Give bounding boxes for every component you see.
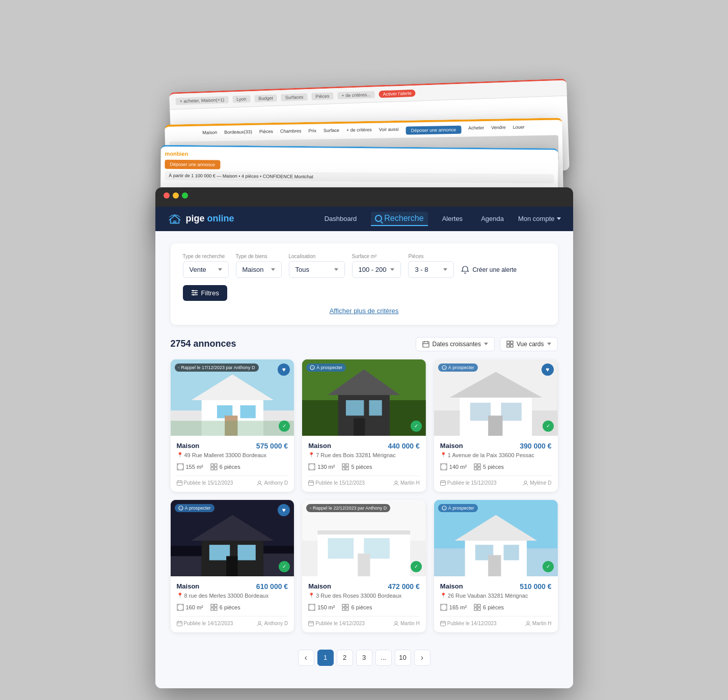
card-meta: Publiée le 14/12/2023 Martin H (308, 616, 420, 626)
content-area: Type de recherche Vente Type de biens Ma… (155, 231, 573, 688)
minimize-button[interactable] (173, 192, 179, 199)
card-agent: Martin H (525, 621, 552, 626)
svg-rect-103 (211, 608, 213, 610)
svg-rect-57 (309, 481, 314, 485)
nav-agenda[interactable]: Agenda (477, 213, 508, 225)
show-more-criteria-link[interactable]: Afficher plus de critères (183, 307, 546, 315)
maximize-button[interactable] (182, 192, 188, 199)
bg2-nav: Maison (202, 130, 217, 138)
grid-spec-icon (210, 463, 218, 470)
card-published-text: Publiée le 15/12/2023 (184, 480, 233, 486)
svg-rect-142 (488, 555, 501, 576)
traffic-lights (164, 192, 565, 199)
agent-icon (525, 621, 531, 626)
filter-surface-select[interactable]: 100 - 200 (352, 261, 401, 278)
card-badge-text: À prospecter (185, 506, 211, 511)
svg-rect-116 (358, 553, 370, 576)
card-meta: Publiée le 15/12/2023 Mylène D (440, 475, 552, 486)
card-badge-text: À prospecter (316, 365, 342, 370)
property-card-2[interactable]: ! À prospecter ✓ Maison 440 000 € 📍 7 Ru… (302, 359, 426, 492)
nav-mon-compte[interactable]: Mon compte (518, 215, 561, 222)
property-card-1[interactable]: Rappel le 17/12/2023 par Anthony D ♥ ✓ M… (171, 359, 294, 492)
card-address-text: 26 Rue Vauban 33281 Mérignac (448, 593, 528, 599)
svg-rect-151 (478, 604, 480, 607)
card-pieces-value: 6 pièces (220, 604, 240, 610)
card-verified-badge: ✓ (411, 421, 422, 432)
view-button[interactable]: Vue cards (500, 337, 558, 351)
card-published-date: Publiée le 14/12/2023 (440, 621, 497, 626)
svg-rect-44 (369, 400, 382, 415)
results-count: 2754 annonces (171, 339, 236, 349)
grid-spec-icon (474, 463, 481, 470)
card-title-row: Maison 440 000 € (308, 442, 420, 450)
filter-localisation-value: Tous (295, 266, 309, 273)
filter-type-biens-select[interactable]: Maison (236, 261, 282, 278)
property-card-5[interactable]: Rappel le 22/12/2023 par Anthony D ✓ Mai… (302, 500, 426, 632)
svg-rect-152 (474, 608, 477, 610)
close-button[interactable] (164, 192, 170, 199)
card-agent-name: Martin H (400, 621, 420, 626)
property-card-4[interactable]: ! À prospecter ♥ ✓ Maison 610 000 € 📍 8 … (171, 500, 294, 632)
nav-dashboard[interactable]: Dashboard (320, 213, 361, 225)
property-card-6[interactable]: ! À prospecter ✓ Maison 510 000 € 📍 26 R… (434, 500, 558, 632)
grid-spec-icon (342, 463, 349, 470)
bg2-nav: Voir aussi (379, 126, 398, 135)
card-badge: ! À prospecter (175, 504, 214, 512)
pagination-next[interactable]: › (414, 650, 430, 666)
pagination-page-2[interactable]: 2 (337, 650, 353, 666)
card-favorite-button[interactable]: ♥ (542, 363, 554, 376)
filter-pieces: Pièces 3 - 8 (408, 254, 454, 278)
results-header: 2754 annonces Dates croissantes (171, 337, 558, 351)
filter-row: Type de recherche Vente Type de biens Ma… (183, 254, 546, 301)
card-pieces-value: 6 pièces (351, 604, 372, 610)
card-verified-badge: ✓ (543, 421, 554, 432)
filters-button-label: Filtres (201, 289, 219, 297)
filter-localisation-select[interactable]: Tous (289, 261, 345, 278)
surface-icon (440, 604, 447, 611)
svg-rect-10 (507, 341, 509, 344)
filter-pieces-select[interactable]: 3 - 8 (408, 261, 454, 278)
pagination-page-3[interactable]: 3 (356, 650, 372, 666)
svg-rect-79 (478, 467, 480, 470)
pagination-page-10[interactable]: 10 (395, 650, 411, 666)
svg-rect-127 (342, 604, 345, 607)
chevron-down-icon (271, 268, 275, 271)
card-price: 390 000 € (520, 442, 551, 450)
main-browser-window: pige online Dashboard Recherche Alertes … (155, 187, 573, 688)
create-alert-button[interactable]: Créer une alerte (461, 266, 517, 278)
bg2-deposit-btn[interactable]: Déposer une annonce (406, 125, 461, 134)
search-filter-box: Type de recherche Vente Type de biens Ma… (171, 243, 558, 325)
bg2-nav: Surface (323, 127, 339, 136)
nav-alertes[interactable]: Alertes (438, 213, 467, 225)
filters-button[interactable]: Filtres (183, 285, 227, 301)
svg-point-38 (258, 481, 261, 483)
property-card-3[interactable]: ! À prospecter ♥ ✓ Maison 390 000 € 📍 1 … (434, 359, 558, 492)
card-favorite-button[interactable]: ♥ (278, 363, 290, 376)
svg-rect-12 (507, 345, 509, 347)
card-surface-value: 160 m² (186, 604, 203, 610)
svg-rect-67 (501, 403, 521, 421)
filter-type-recherche: Type de recherche Vente (183, 254, 229, 278)
surface-icon (308, 463, 315, 470)
svg-rect-68 (488, 415, 502, 436)
pagination-page-1[interactable]: 1 (317, 650, 334, 666)
bg-tab: + acheter, Maison(+1) (175, 96, 228, 105)
pige-online-logo-icon (168, 214, 182, 224)
pagination-prev[interactable]: ‹ (298, 650, 314, 666)
calendar-meta-icon (440, 621, 446, 626)
calendar-meta-icon (177, 621, 182, 626)
card-body: Maison 575 000 € 📍 49 Rue Malleret 33000… (171, 436, 294, 492)
card-address: 📍 8 rue des Merles 33000 Bordeaux (177, 593, 288, 599)
card-address-text: 3 Rue des Roses 33000 Bordeaux (316, 593, 401, 599)
filter-localisation: Localisation Tous (289, 254, 345, 278)
card-pieces-value: 5 pièces (483, 464, 504, 470)
svg-point-135 (395, 621, 397, 624)
filter-type-recherche-select[interactable]: Vente (183, 261, 229, 278)
card-favorite-button[interactable]: ♥ (278, 504, 290, 516)
sort-button[interactable]: Dates croissantes (416, 337, 495, 351)
nav-recherche[interactable]: Recherche (371, 212, 427, 226)
surface-icon (440, 463, 447, 470)
property-grid: Rappel le 17/12/2023 par Anthony D ♥ ✓ M… (171, 359, 558, 632)
svg-rect-13 (510, 345, 513, 347)
grid-spec-icon (210, 604, 218, 611)
